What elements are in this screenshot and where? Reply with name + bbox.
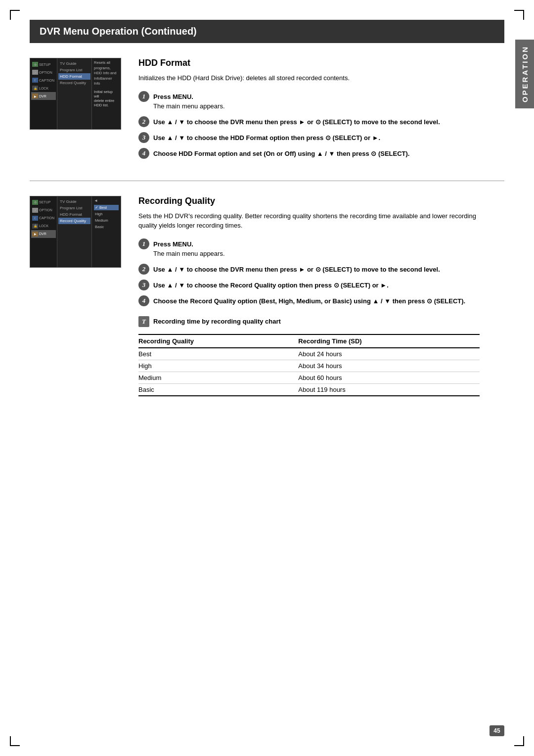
menu-left-panel-2: ⚙ SETUP ✓ OPTION C CAPTION 🔒 — [30, 196, 57, 267]
rq-step-1: 1 Press MENU. The main menu appears. — [138, 238, 480, 259]
menu-item-setup: ⚙ SETUP — [31, 60, 56, 68]
rq-step-1-normal: The main menu appears. — [153, 250, 225, 257]
rq-step-4: 4 Choose the Record Quality option (Best… — [138, 295, 480, 306]
quality-table: Recording Quality Recording Time (SD) Be… — [138, 334, 480, 396]
option-icon: ✓ — [32, 70, 38, 75]
rq-step-number-3: 3 — [138, 280, 149, 290]
recording-quality-section: ⚙ SETUP ✓ OPTION C CAPTION 🔒 — [30, 196, 504, 396]
note-text: Recording time by recording quality char… — [153, 316, 281, 325]
step-1-bold: Press MENU. — [153, 93, 193, 100]
left-column-rq: ⚙ SETUP ✓ OPTION C CAPTION 🔒 — [30, 196, 129, 396]
caption-icon: C — [32, 78, 38, 83]
left-column-hdd: ⚙ SETUP ✓ OPTION C CAPTION 🔒 — [30, 58, 129, 169]
dvr-icon: ▶ — [32, 94, 38, 98]
rq-steps: 1 Press MENU. The main menu appears. 2 U… — [138, 238, 480, 306]
step-number-4: 4 — [138, 148, 149, 159]
menu-right-panel-1: Resets all programs,HDD Info and InfoBan… — [92, 58, 121, 129]
step-2-bold: Use ▲ / ▼ to choose the DVR menu then pr… — [153, 118, 440, 126]
menu-right-panel-2: ◄ ✓ Best High Medium Basic — [92, 196, 121, 267]
rq-step-number-2: 2 — [138, 264, 149, 275]
page-title: DVR Menu Operation (Continued) — [40, 26, 197, 37]
menu-left-panel-1: ⚙ SETUP ✓ OPTION C CAPTION 🔒 — [30, 58, 57, 129]
table-row: High About 34 hours — [138, 360, 480, 372]
rq-step-2: 2 Use ▲ / ▼ to choose the DVR menu then … — [138, 264, 480, 275]
rq-step-1-bold: Press MENU. — [153, 240, 193, 248]
table-cell-quality-high: High — [138, 360, 298, 372]
recording-quality-heading: Recording Quality — [138, 196, 480, 206]
note-box: T Recording time by recording quality ch… — [138, 316, 480, 327]
corner-mark-bl — [10, 736, 20, 746]
menu-center-panel-1: TV Guide Program List HDD Format Record … — [57, 58, 92, 129]
arrow-right-icon: ◄ — [94, 198, 119, 203]
lock-icon: 🔒 — [32, 86, 38, 91]
table-cell-quality-basic: Basic — [138, 383, 298, 396]
step-number-2: 2 — [138, 116, 149, 127]
rq-step-2-bold: Use ▲ / ▼ to choose the DVR menu then pr… — [153, 266, 440, 273]
sub-program-list: Program List — [58, 67, 90, 73]
table-row: Medium About 60 hours — [138, 372, 480, 383]
lock-icon-2: 🔒 — [32, 224, 38, 229]
sub-record-quality: Record Quality — [58, 80, 90, 86]
table-cell-time-high: About 34 hours — [298, 360, 480, 372]
hdd-format-steps: 1 Press MENU. The main menu appears. 2 U… — [138, 91, 480, 159]
operation-sidebar: OPERATION — [515, 40, 534, 108]
step-text-1: Press MENU. The main menu appears. — [153, 91, 225, 111]
hdd-format-heading: HDD Format — [138, 58, 480, 68]
menu-desc-value-1: Initial setup willdelete entire HDD list… — [94, 90, 119, 107]
menu-desc-text-1: Resets all programs,HDD Info and InfoBan… — [94, 60, 119, 87]
rq-step-3: 3 Use ▲ / ▼ to choose the Record Quality… — [138, 280, 480, 290]
step-4-bold: Choose HDD Format option and set (On or … — [153, 150, 409, 157]
page-number: 45 — [490, 725, 504, 736]
page-container: OPERATION DVR Menu Operation (Continued)… — [0, 0, 534, 756]
sub-tv-guide: TV Guide — [58, 60, 90, 67]
rq-step-text-2: Use ▲ / ▼ to choose the DVR menu then pr… — [153, 264, 440, 275]
menu-item-option: ✓ OPTION — [31, 68, 56, 76]
table-row: Best About 24 hours — [138, 348, 480, 360]
table-header-time: Recording Time (SD) — [298, 334, 480, 348]
option-icon-2: ✓ — [32, 208, 38, 213]
menu-item-caption: C CAPTION — [31, 76, 56, 84]
table-header-quality: Recording Quality — [138, 334, 298, 348]
caption-icon-2: C — [32, 216, 38, 221]
header-bar: DVR Menu Operation (Continued) — [30, 20, 504, 43]
menu-center-panel-2: TV Guide Program List HDD Format Record … — [57, 196, 92, 267]
rq-step-4-bold: Choose the Record Quality option (Best, … — [153, 297, 465, 305]
corner-mark-tr — [514, 10, 524, 20]
recording-quality-desc: Sets the HD DVR's recording quality. Bet… — [138, 211, 480, 231]
rq-step-number-1: 1 — [138, 238, 149, 249]
hdd-step-2: 2 Use ▲ / ▼ to choose the DVR menu then … — [138, 116, 480, 127]
right-column-rq: Recording Quality Sets the HD DVR's reco… — [138, 196, 480, 396]
step-text-4: Choose HDD Format option and set (On or … — [153, 148, 409, 159]
option-basic: Basic — [94, 224, 119, 230]
dvr-icon-2: ▶ — [32, 232, 38, 236]
rq-step-text-4: Choose the Record Quality option (Best, … — [153, 295, 465, 306]
hdd-step-1: 1 Press MENU. The main menu appears. — [138, 91, 480, 111]
step-text-3: Use ▲ / ▼ to choose the HDD Format optio… — [153, 132, 380, 143]
menu-item-caption-2: C CAPTION — [31, 214, 56, 222]
menu-item-lock-2: 🔒 LOCK — [31, 222, 56, 230]
option-medium: Medium — [94, 218, 119, 223]
menu-item-option-2: ✓ OPTION — [31, 206, 56, 214]
rq-step-text-1: Press MENU. The main menu appears. — [153, 238, 225, 259]
sub-program-list-2: Program List — [58, 205, 90, 211]
hdd-format-desc: Initializes the HDD (Hard Disk Drive): d… — [138, 73, 480, 83]
sub-tv-guide-2: TV Guide — [58, 198, 90, 205]
menu-item-dvr: ▶ DVR — [31, 92, 56, 100]
table-cell-quality-medium: Medium — [138, 372, 298, 383]
step-1-normal: The main menu appears. — [153, 102, 225, 110]
corner-mark-br — [514, 736, 524, 746]
table-cell-time-best: About 24 hours — [298, 348, 480, 360]
note-icon: T — [138, 316, 149, 327]
table-cell-quality-best: Best — [138, 348, 298, 360]
menu-options-list: ✓ Best High Medium Basic — [94, 205, 119, 230]
menu-item-lock: 🔒 LOCK — [31, 84, 56, 92]
step-3-bold: Use ▲ / ▼ to choose the HDD Format optio… — [153, 134, 380, 142]
hdd-step-4: 4 Choose HDD Format option and set (On o… — [138, 148, 480, 159]
hdd-format-section: ⚙ SETUP ✓ OPTION C CAPTION 🔒 — [30, 58, 504, 169]
step-number-3: 3 — [138, 132, 149, 143]
sub-hdd-format-2: HDD Format — [58, 211, 90, 218]
right-column-hdd: HDD Format Initializes the HDD (Hard Dis… — [138, 58, 480, 169]
table-cell-time-basic: About 119 hours — [298, 383, 480, 396]
setup-icon: ⚙ — [32, 62, 38, 67]
menu-screenshot-hdd: ⚙ SETUP ✓ OPTION C CAPTION 🔒 — [30, 58, 121, 130]
